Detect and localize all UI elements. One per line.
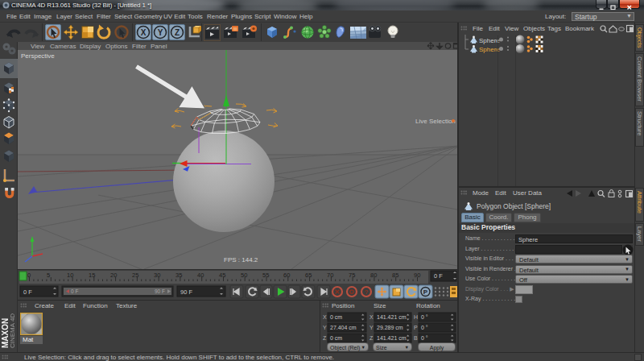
svg-text:75: 75 [349,272,355,279]
svg-text:H: H [414,314,418,320]
svg-text:25: 25 [132,272,138,279]
svg-text:Perspective: Perspective [21,52,55,60]
svg-text:0 cm: 0 cm [330,314,342,320]
svg-text:B: B [414,335,418,341]
svg-text:?: ? [365,288,369,296]
svg-text:Z: Z [323,335,327,341]
svg-text:85: 85 [392,272,398,279]
svg-text:40: 40 [197,272,204,279]
svg-text:65: 65 [305,272,312,279]
svg-text:90 F: 90 F [155,288,165,294]
svg-text:X: X [369,314,374,320]
svg-text:60: 60 [283,272,290,279]
svg-text:Z: Z [369,335,374,341]
svg-text:P: P [414,325,418,330]
svg-text:0 °: 0 ° [421,335,428,341]
svg-text:90 F: 90 F [180,288,192,296]
svg-text:Live Selection: Live Selection [415,118,456,125]
svg-text:Y: Y [323,325,327,330]
svg-text:0 F: 0 F [71,288,78,294]
svg-text:P: P [423,288,428,296]
svg-text:5: 5 [47,272,50,279]
svg-text:0 cm: 0 cm [330,335,342,341]
svg-text:Y: Y [158,28,163,37]
svg-text:X: X [323,314,327,320]
svg-text:80: 80 [370,272,377,279]
svg-text:0 F: 0 F [434,272,443,280]
svg-text:45: 45 [219,272,225,279]
svg-text:141.421 cm: 141.421 cm [377,335,407,341]
svg-text:0 °: 0 ° [421,325,428,330]
svg-text:50: 50 [241,272,247,279]
svg-text:0 F: 0 F [23,288,32,296]
svg-text:0 °: 0 ° [421,314,428,320]
svg-text:X: X [141,28,147,37]
svg-text:141.421 cm: 141.421 cm [377,314,407,320]
svg-text:55: 55 [262,272,269,279]
svg-text:30: 30 [154,272,160,279]
svg-text:Y: Y [369,325,374,330]
svg-text:Z: Z [175,28,180,37]
svg-text:29.289 cm: 29.289 cm [377,325,403,330]
svg-text:70: 70 [327,272,333,279]
svg-text:35: 35 [175,272,182,279]
svg-text:27.404 cm: 27.404 cm [330,325,357,330]
svg-text:FPS : 144.2: FPS : 144.2 [224,256,258,263]
